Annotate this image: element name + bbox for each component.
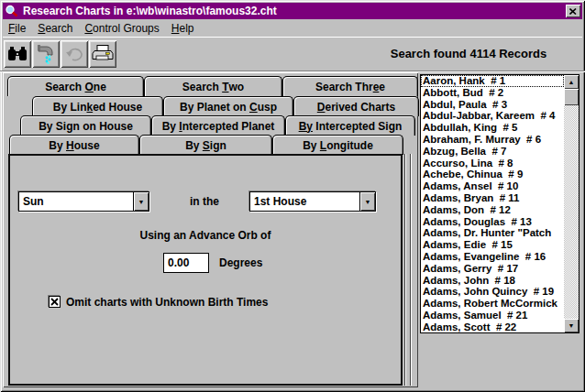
advance-orb-label: Using an Advance Orb of — [10, 229, 401, 242]
tab[interactable]: By Sign — [139, 135, 272, 155]
tab[interactable]: By Planet on Cusp — [163, 96, 293, 116]
tab[interactable]: Search Two — [144, 76, 282, 96]
list-item[interactable]: Abdul-Jabbar, Kareem # 4 — [421, 110, 564, 122]
menu-bar: FileSearchControl GroupsHelp — [3, 19, 582, 38]
tab[interactable]: Search One — [7, 76, 144, 96]
list-item[interactable]: Abbott, Bud # 2 — [421, 87, 564, 99]
planet-dropdown-value: Sun — [19, 192, 133, 211]
house-dropdown[interactable]: 1st House ▼ — [249, 191, 376, 212]
toolbar — [4, 40, 117, 70]
nested-panel-edge — [410, 154, 412, 386]
chevron-down-icon[interactable]: ▼ — [133, 192, 149, 211]
tab[interactable]: Search Three — [282, 76, 418, 96]
list-item[interactable]: Adams, Evangeline # 16 — [421, 251, 564, 263]
list-item[interactable]: Adams, Douglas # 13 — [421, 216, 564, 228]
tab[interactable]: By Intercepted Planet — [151, 115, 285, 136]
list-item[interactable]: Abzug, Bella # 7 — [421, 146, 564, 158]
tab-row-linked: By Linked HouseBy Planet on CuspDerived … — [32, 96, 419, 116]
tab-row-sign: By Sign on HouseBy Intercepted PlanetBy … — [20, 115, 415, 136]
down-arrow-icon: ▼ — [568, 322, 575, 329]
print-button[interactable] — [89, 40, 116, 68]
list-item[interactable]: Achebe, Chinua # 9 — [421, 169, 564, 180]
records-listbox: Aaron, Hank # 1Abbott, Bud # 2Abdul, Pau… — [420, 74, 579, 333]
list-item[interactable]: Adams, Samuel # 21 — [421, 310, 564, 321]
search-result-status: Search found 4114 Records — [368, 47, 569, 60]
menu-item[interactable]: Search — [38, 20, 72, 37]
list-item[interactable]: Abdullah, King # 5 — [421, 122, 564, 134]
list-item[interactable]: Adams, Bryan # 11 — [421, 192, 564, 204]
chevron-down-icon[interactable]: ▼ — [359, 192, 375, 211]
records-list: Aaron, Hank # 1Abbott, Bud # 2Abdul, Pau… — [421, 75, 564, 332]
faucet-icon — [36, 44, 56, 64]
list-item[interactable]: Abdul, Paula # 3 — [421, 99, 564, 111]
tab[interactable]: By Intercepted Sign — [285, 115, 415, 136]
tab-row-house: By HouseBy SignBy Longitude — [9, 135, 403, 155]
list-item[interactable]: Adams, Gerry # 17 — [421, 263, 564, 275]
tab[interactable]: Derived Charts — [293, 96, 419, 116]
omit-unknown-label: Omit charts with Unknown Birth Times — [66, 296, 268, 309]
scroll-up-button[interactable]: ▲ — [564, 75, 579, 89]
by-house-panel: Sun ▼ in the 1st House ▼ Using an Advanc… — [8, 154, 403, 386]
planet-dropdown[interactable]: Sun ▼ — [18, 191, 149, 212]
nested-panel-edge — [404, 154, 406, 386]
binoculars-icon — [7, 46, 28, 62]
list-item[interactable]: Adams, Edie # 15 — [421, 239, 564, 251]
checkmark-x-icon — [50, 298, 59, 306]
tab[interactable]: By Longitude — [272, 135, 403, 155]
undo-button[interactable] — [61, 40, 88, 68]
list-item[interactable]: Aaron, Hank # 1 — [421, 75, 564, 87]
list-item[interactable]: Adams, John Quincy # 19 — [421, 286, 564, 298]
list-item[interactable]: Adams, Robert McCormick — [421, 298, 564, 310]
scroll-down-button[interactable]: ▼ — [564, 319, 579, 332]
up-arrow-icon: ▲ — [568, 79, 575, 85]
tab[interactable]: By House — [9, 135, 139, 155]
menu-item[interactable]: File — [8, 20, 26, 37]
scrollbar-thumb[interactable] — [564, 89, 579, 105]
tab-row-search: Search OneSearch TwoSearch Three — [7, 76, 418, 96]
list-item[interactable]: Adams, Don # 12 — [421, 204, 564, 216]
omit-unknown-checkbox[interactable] — [49, 296, 61, 308]
printer-icon — [92, 44, 114, 64]
orb-value-input[interactable] — [163, 253, 209, 273]
app-window: Research Charts in e:\wb\winastro\famous… — [0, 0, 585, 392]
tab-area: Search OneSearch TwoSearch Three By Link… — [3, 72, 418, 387]
listbox-scrollbar[interactable]: ▲ ▼ — [564, 75, 579, 332]
undo-icon — [64, 45, 84, 63]
magnifier-app-icon — [5, 5, 19, 17]
close-icon — [569, 8, 577, 15]
list-item[interactable]: Adams, Scott # 22 — [421, 321, 564, 332]
list-item[interactable]: Adams, Ansel # 10 — [421, 180, 564, 192]
tab[interactable]: By Sign on House — [20, 115, 151, 136]
window-title: Research Charts in e:\wb\winastro\famous… — [23, 5, 277, 17]
list-item[interactable]: Accurso, Lina # 8 — [421, 158, 564, 169]
clear-search-button[interactable] — [32, 40, 60, 68]
menu-item[interactable]: Help — [171, 20, 194, 37]
find-button[interactable] — [4, 40, 31, 68]
menu-item[interactable]: Control Groups — [84, 20, 159, 37]
list-item[interactable]: Abraham, F. Murray # 6 — [421, 134, 564, 146]
degrees-label: Degrees — [219, 256, 262, 269]
close-button[interactable] — [566, 5, 580, 17]
tab[interactable]: By Linked House — [32, 96, 163, 116]
list-item[interactable]: Adams, Dr. Hunter "Patch — [421, 227, 564, 239]
list-item[interactable]: Adams, John # 18 — [421, 275, 564, 287]
house-dropdown-value: 1st House — [250, 192, 359, 211]
title-bar[interactable]: Research Charts in e:\wb\winastro\famous… — [3, 3, 582, 19]
in-the-label: in the — [175, 195, 234, 208]
